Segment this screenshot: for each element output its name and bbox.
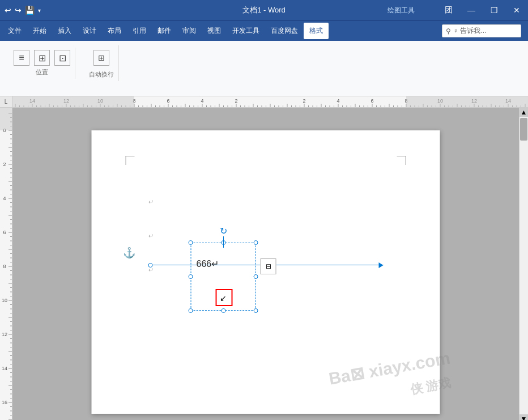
paragraph-mark-2: ↵	[148, 232, 154, 240]
position-label: 位置	[36, 68, 48, 77]
scrollbar-track[interactable]	[520, 117, 528, 414]
tell-me-placeholder: ♀ 告诉我...	[453, 26, 486, 36]
corner-mark-tl	[126, 156, 135, 165]
doc-scroll-area[interactable]: ⚓ ↵ ↵ ↵	[12, 108, 519, 420]
layout-icon-3[interactable]: ⊡	[54, 50, 70, 66]
red-selection-box[interactable]: ↙	[215, 289, 232, 306]
menu-start[interactable]: 开始	[27, 23, 52, 39]
menu-devtools[interactable]: 开发工具	[227, 23, 265, 39]
menu-view[interactable]: 视图	[202, 23, 227, 39]
window-title: 文档1 - Word	[242, 5, 286, 15]
line-arrow-right	[379, 262, 384, 268]
insert-layout-group: ≡ ⊞ ⊡ 位置	[9, 48, 75, 79]
search-icon: ⚲	[446, 27, 451, 35]
handle-br[interactable]	[254, 308, 258, 313]
h-ruler-canvas	[12, 96, 528, 107]
paragraph-mark-3: ↵	[148, 266, 154, 274]
window-controls: 团 — ❐ ✕	[437, 0, 528, 20]
layout-options-button[interactable]: ⊟	[261, 258, 276, 274]
v-ruler-canvas	[0, 108, 12, 420]
paragraph-mark-1: ↵	[148, 198, 154, 206]
menu-review[interactable]: 审阅	[177, 23, 202, 39]
undo-button[interactable]: ↩	[5, 6, 11, 15]
document-page: ⚓ ↵ ↵ ↵	[92, 130, 440, 414]
scrollbar-down-button[interactable]: ▼	[520, 414, 529, 420]
handle-ml[interactable]	[189, 274, 193, 279]
handle-mr[interactable]	[254, 274, 258, 279]
team-button[interactable]: 团	[437, 0, 460, 20]
content-area: ⚓ ↵ ↵ ↵	[0, 108, 528, 420]
text-666: 666↵	[197, 258, 219, 269]
layout-options-icon: ⊟	[266, 262, 271, 270]
layout-icon-1[interactable]: ≡	[14, 50, 29, 66]
layout-icon-2[interactable]: ⊞	[34, 50, 50, 66]
menu-insert[interactable]: 插入	[52, 23, 77, 39]
ribbon-area: ≡ ⊞ ⊡ 位置 ⊞ 自动换行	[0, 41, 528, 96]
scrollbar-up-button[interactable]: ▲	[520, 108, 529, 117]
move-cursor-icon: ↙	[220, 294, 227, 303]
customize-dropdown[interactable]: ▾	[38, 7, 41, 14]
menu-reference[interactable]: 引用	[127, 23, 152, 39]
wrap-text-group: ⊞ 自动换行	[84, 45, 119, 81]
restore-button[interactable]: ❐	[483, 0, 505, 20]
menu-mail[interactable]: 邮件	[152, 23, 177, 39]
handle-tr[interactable]	[254, 240, 258, 245]
menu-format[interactable]: 格式	[304, 23, 329, 39]
quick-access-toolbar: ↩ ↪ 💾 ▾	[0, 6, 45, 15]
rotate-handle[interactable]: ↻	[220, 226, 227, 248]
wrap-text-label: 自动换行	[89, 70, 114, 79]
menu-bar: 文件 开始 插入 设计 布局 引用 邮件 审阅 视图 开发工具 百度网盘 格式 …	[0, 20, 528, 41]
h-ruler	[12, 96, 528, 107]
redo-button[interactable]: ↪	[15, 6, 22, 15]
ribbon-content: ≡ ⊞ ⊡ 位置 ⊞ 自动换行	[0, 41, 528, 86]
save-button[interactable]: 💾	[25, 6, 35, 15]
wrap-icon[interactable]: ⊞	[91, 48, 112, 68]
handle-bl[interactable]	[189, 308, 193, 313]
menu-file[interactable]: 文件	[2, 23, 27, 39]
tell-me-input[interactable]: ⚲ ♀ 告诉我...	[442, 24, 521, 37]
textbox-selected-container: ↙ ↻ 666↵ ⊟	[191, 243, 256, 311]
menu-layout[interactable]: 布局	[102, 23, 127, 39]
line-handle-left	[148, 263, 153, 268]
layout-icons: ≡ ⊞ ⊡	[14, 50, 70, 66]
menu-design[interactable]: 设计	[77, 23, 102, 39]
scrollbar-thumb[interactable]	[520, 118, 527, 141]
handle-bm[interactable]	[221, 308, 225, 313]
close-button[interactable]: ✕	[505, 0, 528, 20]
h-ruler-container: L	[0, 96, 528, 108]
v-ruler	[0, 108, 12, 420]
menu-baidu[interactable]: 百度网盘	[265, 23, 304, 39]
drawing-tools-label: 绘图工具	[388, 6, 415, 15]
handle-tl[interactable]	[189, 240, 193, 245]
anchor-icon: ⚓	[123, 247, 135, 259]
ruler-corner: L	[0, 96, 12, 107]
title-bar: ↩ ↪ 💾 ▾ 文档1 - Word 绘图工具 团 — ❐ ✕	[0, 0, 528, 20]
minimize-button[interactable]: —	[460, 0, 483, 20]
corner-mark-tr	[397, 156, 406, 165]
v-scrollbar[interactable]: ▲ ▼	[519, 108, 528, 420]
